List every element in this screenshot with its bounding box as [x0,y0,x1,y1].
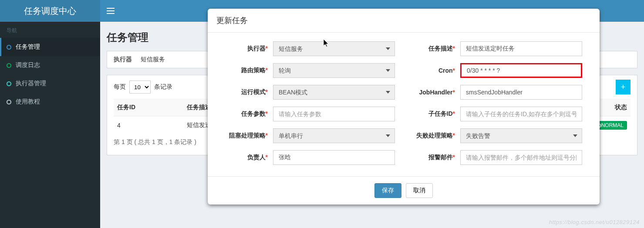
input-left-3[interactable] [273,107,395,121]
form-label: 运行模式* [225,88,273,96]
input-right-3[interactable] [460,107,582,121]
form-label: 路由策略* [225,67,273,74]
form-row-left-3: 任务参数* [225,107,395,121]
form-row-right-1: Cron* [412,63,582,78]
form-row-right-5: 报警邮件* [412,150,582,165]
select-left-0[interactable]: 短信服务 [273,41,395,56]
form-row-right-4: 失败处理策略*失败告警 [412,128,582,143]
form-row-left-4: 阻塞处理策略*单机串行 [225,128,395,143]
form-row-left-2: 运行模式*BEAN模式 [225,85,395,100]
form-row-left-0: 执行器*短信服务 [225,41,395,56]
form-label: JobHandler* [412,89,460,96]
form-row-right-2: JobHandler* [412,85,582,100]
input-right-0[interactable] [460,41,582,56]
input-right-1[interactable] [460,63,582,78]
select-left-4[interactable]: 单机串行 [273,128,395,143]
save-button[interactable]: 保存 [374,183,401,198]
input-right-5[interactable] [460,150,582,165]
select-left-1[interactable]: 轮询 [273,63,395,78]
form-label: 阻塞处理策略* [225,132,273,140]
select-left-2[interactable]: BEAN模式 [273,85,395,100]
form-row-left-1: 路由策略*轮询 [225,63,395,78]
form-row-right-3: 子任务ID* [412,107,582,121]
update-task-modal: 更新任务 执行器*短信服务路由策略*轮询运行模式*BEAN模式任务参数*阻塞处理… [208,9,600,205]
form-row-left-5: 负责人* [225,150,395,165]
form-label: 任务参数* [225,110,273,118]
input-right-2[interactable] [460,85,582,100]
form-label: 任务描述* [412,45,460,53]
form-label: 子任务ID* [412,110,460,118]
watermark: https://blog.csdn.net/u012829124 [549,219,640,225]
input-left-5[interactable] [273,150,395,165]
form-row-right-0: 任务描述* [412,41,582,56]
cancel-button[interactable]: 取消 [406,183,433,198]
form-label: Cron* [412,67,460,74]
form-label: 执行器* [225,45,273,53]
modal-title: 更新任务 [208,9,600,33]
form-label: 报警邮件* [412,154,460,161]
select-right-4[interactable]: 失败告警 [460,128,582,143]
form-label: 负责人* [225,154,273,161]
form-label: 失败处理策略* [412,132,460,140]
